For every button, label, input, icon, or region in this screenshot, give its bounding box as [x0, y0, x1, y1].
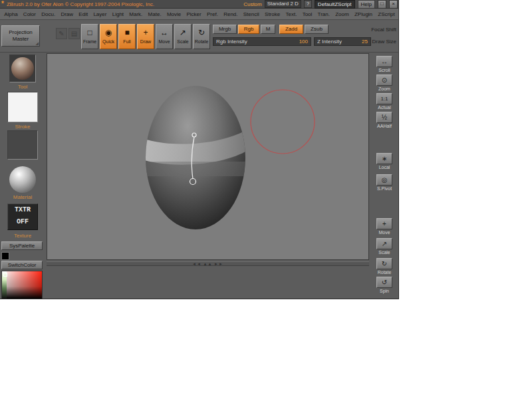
material-thumbnail[interactable] [9, 166, 36, 193]
material-label[interactable]: Material [0, 194, 45, 200]
menu-zoom[interactable]: Zoom [335, 11, 348, 17]
pivot-icon: ◎ [376, 174, 392, 186]
menu-layer[interactable]: Layer [93, 11, 106, 17]
menu-draw[interactable]: Draw [61, 11, 73, 17]
canvas-tray-divider[interactable]: ◄◄ ▲▲ ►► [47, 261, 369, 266]
menu-transform[interactable]: Tran. [318, 11, 330, 17]
menu-zplugin[interactable]: ZPlugin [354, 11, 372, 17]
full-label: Full [119, 39, 135, 45]
document-canvas[interactable] [47, 53, 369, 260]
minimize-button[interactable]: □ [378, 0, 386, 9]
spin-icon: ↺ [376, 277, 392, 288]
frame-icon: □ [82, 26, 98, 39]
draw-size-label[interactable]: Draw Size [372, 39, 396, 45]
texture-label[interactable]: Texture [0, 233, 45, 239]
color-picker[interactable] [1, 271, 43, 299]
zadd-button[interactable]: Zadd [279, 25, 303, 34]
move-button[interactable]: ↔ Move [156, 24, 173, 49]
menu-picker[interactable]: Picker [186, 11, 201, 17]
local-button[interactable]: ∗ Local [374, 153, 395, 170]
menu-alpha[interactable]: Alpha [4, 11, 17, 17]
secondary-color-swatch[interactable] [1, 252, 9, 260]
rgb-button[interactable]: Rgb [238, 25, 259, 34]
focal-shift-label[interactable]: Focal Shift [371, 27, 396, 33]
scale-button[interactable]: ↗ Scale [174, 24, 192, 49]
frame-button[interactable]: □ Frame [81, 24, 98, 49]
texture-off-line1: TXTR [15, 206, 31, 213]
scroll-icon: ↔ [376, 56, 392, 67]
alpha-thumbnail[interactable] [7, 130, 38, 160]
projection-master-button[interactable]: Projection Master ◢ [1, 25, 40, 47]
rotate-view-button[interactable]: ↻ Rotate [374, 258, 395, 275]
quick-help-button[interactable]: ? [304, 0, 312, 8]
menu-stroke[interactable]: Stroke [265, 11, 280, 17]
projection-master-line2: Master [13, 36, 29, 42]
menu-light[interactable]: Light [112, 11, 124, 17]
texture-off-button[interactable]: TXTR OFF [7, 203, 38, 230]
aahalf-icon: ½ [376, 112, 392, 123]
draw-button[interactable]: + Draw [137, 24, 154, 49]
top-shelf: Projection Master ◢ ✎ ▤ □ Frame ◉ Quick … [0, 20, 399, 53]
zbrush-logo-icon: * [1, 1, 4, 7]
menu-movie[interactable]: Movie [167, 11, 181, 17]
help-button[interactable]: Help [358, 0, 375, 9]
m-button[interactable]: M [261, 25, 275, 34]
full-button[interactable]: ■ Full [118, 24, 136, 49]
z-intensity-slider[interactable]: Z Intensity 25 [314, 37, 371, 46]
texture-off-line2: OFF [17, 218, 29, 225]
aahalf-label: AAHalf [374, 123, 395, 129]
menu-edit[interactable]: Edit [78, 11, 88, 17]
tool-thumbnail[interactable] [9, 55, 36, 82]
menu-texture[interactable]: Text. [285, 11, 297, 17]
mrgb-button[interactable]: Mrgb [213, 25, 237, 34]
menu-preferences[interactable]: Pref. [207, 11, 218, 17]
menu-render[interactable]: Rend. [223, 11, 237, 17]
default-zscript-button[interactable]: DefaultZScript [315, 0, 355, 9]
quick-button[interactable]: ◉ Quick [100, 24, 117, 49]
menu-marker[interactable]: Mark. [129, 11, 142, 17]
layout-selector[interactable]: Standard 2 D [265, 0, 301, 8]
z-intensity-value: 25 [362, 39, 368, 45]
menu-document[interactable]: Docu. [41, 11, 55, 17]
set-pivot-button[interactable]: ◎ S.Pivot [374, 174, 395, 192]
scale-view-button[interactable]: ↗ Scale [374, 238, 395, 255]
quick-icon: ◉ [100, 26, 116, 39]
aahalf-button[interactable]: ½ AAHalf [374, 112, 395, 129]
zsub-button[interactable]: Zsub [305, 25, 329, 34]
move-icon: ↔ [156, 26, 172, 39]
zoom-button[interactable]: ⊙ Zoom [374, 74, 395, 92]
corner-fold-icon: ◢ [35, 41, 39, 45]
title-bar: * ZBrush 2.0 by Ofer Alon © Copyright 19… [0, 0, 399, 9]
move-view-icon: + [376, 218, 392, 229]
rotate-label: Rotate [194, 39, 209, 45]
band-shadow [144, 162, 248, 176]
menu-color[interactable]: Color [23, 11, 36, 17]
gradient-icon[interactable]: ▤ [68, 28, 80, 39]
switchcolor-button[interactable]: SwitchColor [1, 261, 43, 269]
menu-material[interactable]: Mate. [148, 11, 162, 17]
menu-zscript[interactable]: ZScript [378, 11, 394, 17]
rotate-view-icon: ↻ [376, 258, 392, 269]
scroll-label: Scroll [374, 67, 395, 73]
stroke-thumbnail[interactable] [7, 92, 38, 122]
edit-pencil-icon[interactable]: ✎ [56, 28, 67, 39]
stroke-label[interactable]: Stroke [0, 124, 45, 130]
desktop: * ZBrush 2.0 by Ofer Alon © Copyright 19… [0, 0, 532, 399]
rotate-view-label: Rotate [374, 269, 395, 275]
actual-button[interactable]: 1:1 Actual [374, 93, 395, 110]
menu-tool[interactable]: Tool [303, 11, 313, 17]
scroll-button[interactable]: ↔ Scroll [374, 56, 395, 73]
syspalette-button[interactable]: SysPalette [1, 241, 43, 250]
rotate-button[interactable]: ↻ Rotate [193, 24, 210, 49]
close-button[interactable]: × [389, 0, 398, 9]
rotate-icon: ↻ [194, 26, 209, 39]
menu-stencil[interactable]: Stencil [243, 11, 259, 17]
zbrush-window: * ZBrush 2.0 by Ofer Alon © Copyright 19… [0, 0, 399, 299]
full-icon: ■ [119, 26, 135, 39]
spin-button[interactable]: ↺ Spin [374, 277, 395, 294]
actual-label: Actual [374, 104, 395, 110]
move-view-button[interactable]: + Move [374, 218, 395, 235]
rgb-intensity-slider[interactable]: Rgb Intensity 100 [213, 37, 311, 46]
custom-config-label[interactable]: Custom [243, 1, 262, 7]
tool-label[interactable]: Tool [0, 84, 45, 90]
